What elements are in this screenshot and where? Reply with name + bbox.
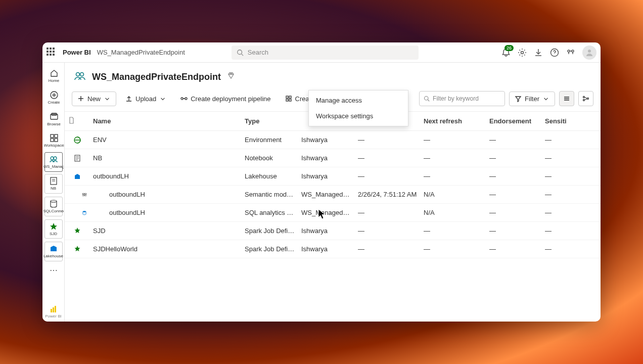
col-endorsement[interactable]: Endorsement: [486, 117, 542, 125]
list-view-button[interactable]: [559, 91, 574, 106]
search-icon: [424, 96, 430, 102]
svg-rect-18: [51, 309, 52, 312]
svg-rect-10: [51, 134, 54, 138]
table-row[interactable]: outboundLH Semantic model (... WS_Manage…: [65, 186, 601, 204]
cell-sensitivity: —: [542, 191, 572, 198]
cell-name[interactable]: outboundLH: [90, 209, 242, 216]
topbar: Power BI WS_ManagedPrivateEndpoint Searc…: [42, 42, 601, 63]
nav-lakehouse[interactable]: Lakehouse: [44, 242, 63, 261]
notifications-icon[interactable]: 26: [501, 48, 511, 57]
cell-next-refresh: —: [421, 245, 486, 253]
chevron-down-icon: [104, 95, 111, 102]
settings-icon[interactable]: [518, 48, 527, 57]
cell-sensitivity: —: [542, 227, 572, 235]
breadcrumb[interactable]: WS_ManagedPrivateEndpoint: [97, 49, 185, 56]
lineage-view-button[interactable]: [578, 91, 593, 106]
nav-nb[interactable]: NB: [44, 174, 63, 194]
cell-name[interactable]: ENV: [90, 136, 242, 144]
cell-sensitivity: —: [542, 245, 572, 253]
app-brand: Power BI: [63, 49, 91, 56]
nav-create[interactable]: Create: [42, 87, 65, 108]
menu-workspace-settings[interactable]: Workspace settings: [309, 108, 408, 124]
upload-button[interactable]: Upload: [120, 92, 171, 106]
table-row[interactable]: SJD Spark Job Definiti... Ishwarya — — —…: [65, 222, 601, 240]
svg-rect-39: [85, 195, 86, 196]
svg-rect-26: [289, 96, 291, 98]
table-row[interactable]: ENV Environment Ishwarya — — — —: [65, 131, 601, 149]
create-pipeline-button[interactable]: Create deployment pipeline: [175, 92, 275, 106]
svg-point-22: [80, 73, 84, 76]
cell-type: Notebook: [242, 154, 298, 162]
more-dropdown-menu: Manage access Workspace settings: [308, 90, 408, 126]
avatar[interactable]: [582, 46, 596, 60]
svg-rect-19: [53, 307, 54, 312]
nav-workspaces[interactable]: Workspaces: [42, 130, 65, 151]
table-row[interactable]: outboundLH Lakehouse Ishwarya — — — —: [65, 167, 601, 186]
nav-more-icon[interactable]: ⋯: [50, 265, 58, 275]
svg-rect-38: [82, 195, 84, 196]
nav-home[interactable]: Home: [42, 66, 65, 86]
svg-point-4: [568, 50, 570, 52]
main: Home Create Browse Workspaces WS_Managed…: [42, 63, 601, 322]
svg-point-15: [54, 157, 57, 160]
svg-point-2: [521, 51, 524, 54]
cell-endorsement: —: [486, 172, 542, 180]
svg-rect-36: [82, 193, 84, 194]
nav-sqlconnect[interactable]: SQLConnect: [44, 197, 63, 216]
filter-button[interactable]: Filter: [509, 92, 555, 106]
cell-refreshed: —: [355, 227, 421, 235]
cell-name[interactable]: outboundLH: [90, 172, 242, 180]
filter-keyword-input[interactable]: Filter by keyword: [419, 91, 505, 106]
premium-diamond-icon: [227, 72, 235, 82]
svg-point-24: [185, 98, 187, 100]
items-table: Name Type Next refresh Endorsement Sensi…: [65, 112, 601, 322]
svg-rect-25: [286, 96, 288, 98]
cell-name[interactable]: SJDHelloWorld: [90, 245, 242, 253]
cell-refreshed: —: [355, 172, 421, 180]
nav-browse[interactable]: Browse: [42, 109, 65, 130]
cell-name[interactable]: outboundLH: [90, 191, 242, 198]
item-type-icon: [65, 191, 90, 199]
search-placeholder: Search: [248, 49, 268, 56]
svg-rect-28: [289, 99, 291, 101]
col-sensitivity[interactable]: Sensiti: [542, 117, 572, 125]
cell-sensitivity: —: [542, 209, 572, 216]
col-type[interactable]: Type: [242, 117, 298, 125]
col-name[interactable]: Name: [90, 117, 242, 125]
cell-next-refresh: —: [421, 227, 486, 235]
cell-next-refresh: —: [421, 136, 486, 144]
menu-manage-access[interactable]: Manage access: [309, 93, 408, 108]
cell-owner: Ishwarya: [298, 136, 355, 144]
col-next-refresh[interactable]: Next refresh: [421, 117, 486, 125]
svg-point-32: [583, 100, 585, 101]
search-icon: [237, 49, 244, 56]
top-icons: 26: [501, 46, 596, 60]
nav-sjd[interactable]: SJD: [44, 219, 63, 239]
left-sidebar: Home Create Browse Workspaces WS_Managed…: [42, 63, 65, 322]
nav-powerbi[interactable]: Power BI: [45, 305, 61, 318]
nav-ws-managed[interactable]: WS_ManagedPrivateE...: [44, 152, 63, 172]
cell-name[interactable]: NB: [90, 154, 242, 162]
search-input[interactable]: Search: [232, 46, 419, 60]
new-button[interactable]: New: [72, 92, 116, 106]
cell-sensitivity: —: [542, 136, 572, 144]
download-icon[interactable]: [534, 48, 543, 57]
svg-point-33: [587, 98, 589, 100]
list-icon: [563, 95, 570, 102]
svg-point-5: [572, 50, 574, 52]
table-row[interactable]: outboundLH SQL analytics end... WS_Manag…: [65, 204, 601, 222]
cell-type: SQL analytics end...: [242, 209, 298, 216]
help-icon[interactable]: [550, 48, 559, 57]
feedback-icon[interactable]: [566, 48, 575, 57]
app-launcher-icon[interactable]: [47, 48, 57, 58]
lineage-icon: [582, 95, 589, 102]
cell-name[interactable]: SJD: [90, 227, 242, 235]
table-row[interactable]: NB Notebook Ishwarya — — — —: [65, 149, 601, 167]
table-row[interactable]: SJDHelloWorld Spark Job Definiti... Ishw…: [65, 240, 601, 258]
notification-badge: 26: [504, 45, 514, 51]
svg-point-0: [238, 50, 242, 54]
item-type-icon: [65, 245, 90, 253]
cell-refreshed: —: [355, 154, 421, 162]
cell-type: Spark Job Definiti...: [242, 227, 298, 235]
svg-rect-27: [286, 99, 288, 101]
